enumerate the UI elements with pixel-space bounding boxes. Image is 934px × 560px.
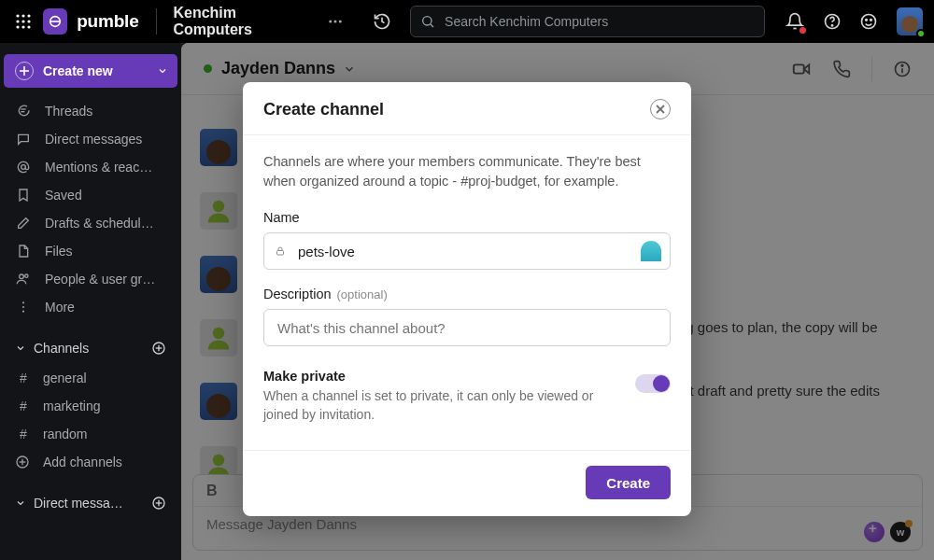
svg-point-16 [831, 25, 832, 26]
make-private-subtitle: When a channel is set to private, it can… [263, 387, 616, 424]
logo-icon [43, 8, 67, 35]
user-avatar[interactable] [897, 7, 923, 35]
threads-icon [15, 104, 32, 119]
add-channel-icon[interactable] [148, 337, 170, 359]
vpn-icon [641, 241, 661, 261]
file-icon [15, 244, 32, 259]
svg-point-4 [21, 20, 24, 22]
chevron-down-icon [11, 343, 30, 354]
close-icon[interactable] [650, 99, 671, 119]
svg-point-5 [27, 20, 30, 22]
svg-point-10 [330, 21, 333, 23]
svg-point-3 [16, 20, 19, 22]
chevron-down-icon [157, 65, 168, 77]
brand-name: pumble [77, 11, 138, 32]
nav-files[interactable]: Files [0, 237, 181, 265]
svg-point-8 [27, 25, 30, 28]
svg-point-1 [21, 14, 24, 17]
nav-direct-messages[interactable]: Direct messages [0, 125, 181, 153]
workspace-more-icon[interactable] [324, 9, 347, 34]
nav-mentions[interactable]: Mentions & reac… [0, 153, 181, 181]
svg-point-25 [20, 274, 24, 279]
help-icon[interactable] [817, 6, 847, 37]
channel-random[interactable]: #random [0, 420, 181, 448]
modal-title: Create channel [263, 100, 384, 119]
svg-point-13 [423, 17, 432, 25]
search-input[interactable]: Search Kenchim Computers [410, 6, 765, 37]
svg-point-27 [22, 301, 24, 303]
svg-point-11 [334, 21, 337, 23]
create-channel-modal: Create channel Channels are where your m… [243, 82, 691, 516]
history-icon[interactable] [367, 6, 397, 37]
svg-point-26 [25, 274, 28, 277]
optional-label: (optional) [337, 287, 388, 301]
nav-drafts[interactable]: Drafts & schedul… [0, 209, 181, 237]
divider [156, 8, 157, 35]
more-icon [15, 300, 32, 315]
hash-icon: # [15, 371, 32, 385]
channel-name-input[interactable] [263, 232, 671, 270]
description-label: Description [263, 287, 332, 301]
lock-icon [275, 245, 286, 257]
top-bar: pumble Kenchim Computers Search Kenchim … [0, 0, 934, 43]
svg-point-18 [866, 20, 868, 21]
create-button[interactable]: Create [586, 466, 671, 499]
svg-point-6 [16, 25, 19, 28]
search-placeholder: Search Kenchim Computers [445, 14, 608, 29]
notification-badge [800, 27, 806, 34]
hash-icon: # [15, 427, 32, 441]
channel-description-input[interactable] [263, 309, 671, 346]
notifications-icon[interactable] [780, 6, 810, 37]
svg-point-29 [22, 311, 24, 313]
svg-point-2 [27, 14, 30, 17]
plus-icon [15, 62, 34, 80]
svg-point-17 [862, 15, 876, 29]
add-channels-link[interactable]: Add channels [0, 448, 181, 476]
nav-more[interactable]: More [0, 293, 181, 321]
apps-grid-icon[interactable] [11, 8, 35, 35]
people-icon [15, 272, 32, 287]
plus-circle-icon [15, 455, 32, 469]
svg-point-19 [870, 20, 872, 21]
workspace-name[interactable]: Kenchim Computers [173, 5, 309, 38]
draft-icon [15, 216, 32, 231]
bookmark-icon [15, 188, 32, 203]
nav-saved[interactable]: Saved [0, 181, 181, 209]
svg-point-24 [21, 165, 26, 170]
create-new-button[interactable]: Create new [4, 54, 177, 88]
chevron-down-icon [11, 497, 30, 509]
dm-icon [15, 132, 32, 147]
nav-people[interactable]: People & user gr… [0, 265, 181, 293]
create-new-label: Create new [43, 63, 113, 78]
presence-indicator [916, 29, 926, 38]
svg-point-7 [21, 25, 24, 28]
channel-marketing[interactable]: #marketing [0, 392, 181, 420]
channel-general[interactable]: #general [0, 364, 181, 392]
svg-point-28 [22, 306, 24, 308]
hash-icon: # [15, 399, 32, 413]
at-icon [15, 160, 32, 175]
svg-point-0 [16, 14, 19, 17]
channels-section-header[interactable]: Channels [0, 332, 181, 364]
svg-point-12 [339, 21, 342, 23]
make-private-title: Make private [263, 369, 616, 384]
svg-line-14 [431, 24, 433, 27]
dm-section-header[interactable]: Direct messa… [0, 487, 181, 519]
make-private-toggle[interactable] [635, 374, 671, 393]
name-label: Name [263, 210, 671, 225]
nav-threads[interactable]: Threads [0, 97, 181, 125]
svg-rect-49 [277, 251, 284, 256]
emoji-icon[interactable] [854, 6, 884, 37]
add-dm-icon[interactable] [148, 492, 170, 514]
sidebar: Create new Threads Direct messages Menti… [0, 43, 181, 560]
modal-description: Channels are where your members communic… [263, 152, 671, 191]
